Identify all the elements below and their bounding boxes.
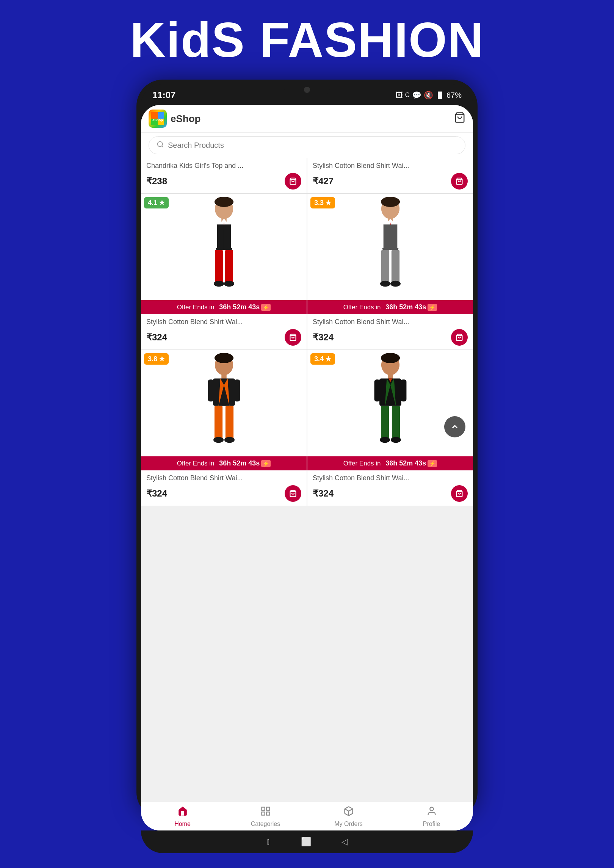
nav-home-label: Home — [174, 821, 191, 827]
scroll-up-button[interactable] — [444, 416, 465, 437]
product-name-4: Stylish Cotton Blend Shirt Wai... — [313, 318, 468, 326]
nav-categories-label: Categories — [251, 821, 280, 827]
offer-time-3: 36h 52m 43s — [219, 303, 260, 311]
product-price-row-6: ₹324 — [307, 484, 473, 506]
product-top-row-5: Stylish Cotton Blend Shirt Wai... — [141, 470, 307, 484]
nav-home[interactable]: Home — [168, 806, 198, 827]
kid-image-4 — [360, 196, 421, 298]
kid-image-3 — [194, 196, 254, 298]
home-icon — [177, 806, 188, 819]
bolt-icon-3: ⚡ — [261, 304, 271, 311]
cart-button[interactable] — [454, 112, 465, 126]
kid-image-5 — [194, 352, 254, 454]
add-to-cart-2[interactable] — [451, 173, 468, 190]
product-grid: Chandrika Kids Girl's Top and ... ₹238 — [141, 158, 473, 506]
product-price-1: ₹238 — [146, 176, 167, 186]
status-time: 11:07 — [152, 90, 175, 100]
rating-badge-6: 3.4 ★ — [310, 353, 335, 365]
svg-text:eShop: eShop — [152, 118, 163, 122]
svg-rect-39 — [374, 225, 379, 245]
product-image-5: 3.8 ★ — [141, 350, 307, 456]
nav-categories[interactable]: Categories — [251, 806, 281, 827]
svg-line-7 — [162, 146, 163, 147]
svg-rect-32 — [390, 224, 398, 250]
add-to-cart-6[interactable] — [451, 485, 468, 502]
phone-notch — [284, 84, 330, 96]
app-logo-area: eShop eShop — [149, 110, 200, 128]
product-price-4: ₹324 — [313, 332, 334, 343]
add-to-cart-3[interactable] — [285, 329, 301, 346]
svg-rect-69 — [262, 807, 265, 810]
product-price-5: ₹324 — [146, 488, 167, 499]
offer-time-4: 36h 52m 43s — [385, 303, 426, 311]
star-icon-5: ★ — [159, 355, 165, 363]
star-icon-6: ★ — [325, 355, 331, 363]
page-title: KidS FASHION — [0, 11, 614, 68]
search-icon — [157, 141, 164, 150]
profile-icon — [426, 806, 437, 819]
signal-icon: ▐▌ — [435, 92, 444, 99]
svg-rect-49 — [234, 379, 240, 401]
svg-rect-20 — [225, 250, 233, 283]
rating-badge-3: 4.1 ★ — [144, 197, 169, 208]
offer-banner-3: Offer Ends in 36h 52m 43s ⚡ — [141, 300, 307, 314]
svg-rect-62 — [374, 379, 380, 401]
offer-banner-4: Offer Ends in 36h 52m 43s ⚡ — [307, 300, 473, 314]
product-image-6: 3.4 ★ — [307, 350, 473, 456]
svg-point-67 — [390, 437, 401, 443]
battery-icon: 67% — [446, 91, 462, 100]
svg-point-53 — [224, 437, 234, 443]
product-name-2: Stylish Cotton Blend Shirt Wai... — [313, 162, 468, 170]
nav-myorders-label: My Orders — [334, 821, 363, 827]
back-button[interactable]: ⫿ — [266, 837, 271, 847]
svg-point-56 — [381, 353, 399, 363]
svg-rect-57 — [388, 373, 393, 379]
product-top-row-1: Chandrika Kids Girl's Top and ... — [141, 158, 307, 171]
product-top-row-3: Stylish Cotton Blend Shirt Wai... — [141, 314, 307, 327]
recents-button[interactable]: ◁ — [341, 837, 348, 847]
product-name-3: Stylish Cotton Blend Shirt Wai... — [146, 318, 301, 326]
add-to-cart-5[interactable] — [285, 485, 301, 502]
svg-rect-48 — [208, 379, 213, 401]
search-input[interactable] — [168, 141, 457, 150]
svg-rect-35 — [381, 250, 389, 283]
phone-screen: eShop eShop — [141, 105, 473, 830]
svg-rect-70 — [266, 807, 269, 810]
svg-rect-1 — [158, 112, 164, 119]
product-price-row-2: ₹427 — [307, 171, 473, 193]
search-input-wrap[interactable] — [149, 136, 465, 154]
svg-point-22 — [224, 281, 234, 287]
svg-rect-45 — [213, 378, 235, 406]
add-to-cart-4[interactable] — [451, 329, 468, 346]
product-card-5: 3.8 ★ — [141, 350, 307, 506]
offer-time-6: 36h 52m 43s — [385, 459, 426, 467]
star-icon-3: ★ — [159, 199, 165, 207]
offer-banner-5: Offer Ends in 36h 52m 43s ⚡ — [141, 456, 307, 470]
svg-rect-40 — [401, 225, 406, 245]
offer-text-6: Offer Ends in — [343, 460, 381, 467]
rating-badge-4: 3.3 ★ — [310, 197, 335, 208]
product-price-6: ₹324 — [313, 488, 334, 499]
nav-profile-label: Profile — [423, 821, 440, 827]
app-header: eShop eShop — [141, 105, 473, 133]
svg-rect-65 — [392, 406, 399, 439]
svg-rect-16 — [223, 224, 232, 250]
app-name: eShop — [171, 113, 200, 125]
nav-myorders[interactable]: My Orders — [334, 806, 364, 827]
home-hardware-button[interactable]: ⬜ — [301, 837, 311, 847]
product-card-1: Chandrika Kids Girl's Top and ... ₹238 — [141, 158, 307, 193]
svg-rect-63 — [401, 379, 406, 401]
svg-rect-58 — [379, 378, 401, 406]
product-price-row-4: ₹324 — [307, 327, 473, 349]
nav-profile[interactable]: Profile — [417, 806, 447, 827]
bolt-icon-5: ⚡ — [261, 460, 271, 467]
offer-banner-6: Offer Ends in 36h 52m 43s ⚡ — [307, 456, 473, 470]
svg-rect-44 — [221, 373, 227, 379]
product-top-row-6: Stylish Cotton Blend Shirt Wai... — [307, 470, 473, 484]
product-top-row-2: Stylish Cotton Blend Shirt Wai... — [307, 158, 473, 171]
svg-rect-64 — [381, 406, 388, 439]
bolt-icon-4: ⚡ — [428, 304, 437, 311]
add-to-cart-1[interactable] — [285, 173, 301, 190]
svg-rect-50 — [214, 406, 222, 439]
product-price-row-3: ₹324 — [141, 327, 307, 349]
